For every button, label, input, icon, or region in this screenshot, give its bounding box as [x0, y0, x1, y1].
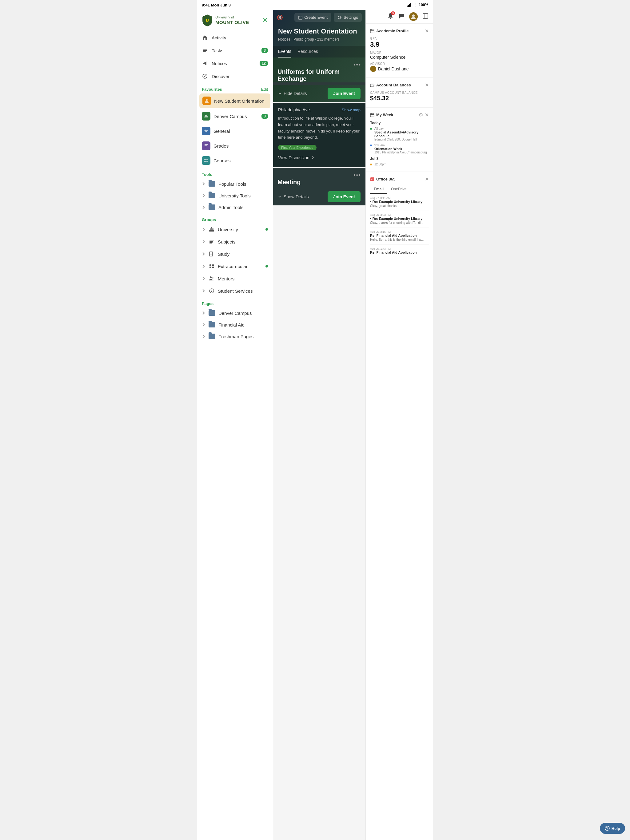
sidebar-item-university[interactable]: University — [197, 223, 273, 235]
academic-icon — [370, 29, 374, 33]
study-label: Study — [218, 251, 230, 257]
tab-events[interactable]: Events — [278, 46, 291, 57]
sidebar-item-discover[interactable]: Discover — [197, 70, 273, 83]
email-item-2[interactable]: Aug 26, 3:53 PM • Re: Example University… — [370, 213, 429, 228]
sidebar-toggle[interactable] — [422, 13, 429, 21]
svg-rect-19 — [209, 243, 212, 244]
sidebar-item-admin-tools[interactable]: Admin Tools — [197, 201, 273, 213]
tab-onedrive[interactable]: OneDrive — [387, 185, 410, 194]
sidebar-item-grades[interactable]: Grades — [197, 138, 273, 153]
chevron-right-icon-11 — [202, 324, 204, 326]
my-week-widget: My Week ⚙ ✕ Today All day Special Assemb… — [366, 107, 433, 172]
pages-header: Pages — [197, 297, 273, 307]
tasks-label: Tasks — [212, 48, 223, 53]
email-item-3[interactable]: Aug 25, 2:15 PM Re: Financial Aid Applic… — [370, 230, 429, 245]
sidebar-item-popular-tools[interactable]: Popular Tools — [197, 178, 273, 190]
svg-rect-15 — [211, 227, 212, 229]
sidebar-item-denver-campus-page[interactable]: Denver Campus — [197, 307, 273, 319]
major-label: Major — [370, 51, 429, 54]
settings-button[interactable]: Settings — [334, 13, 362, 22]
calendar-icon — [298, 15, 302, 20]
create-event-button[interactable]: Events Create Event — [294, 13, 331, 22]
sidebar-item-financial-aid[interactable]: Financial Aid — [197, 319, 273, 330]
email-item-1[interactable]: Aug 27, 8:41 AM • Re: Example University… — [370, 196, 429, 211]
sidebar-item-tasks[interactable]: Tasks 3 — [197, 44, 273, 57]
svg-rect-27 — [212, 267, 214, 268]
svg-rect-39 — [423, 14, 428, 19]
week-event-jul3-time: 12:00pm — [374, 163, 386, 166]
join-event-button[interactable]: Join Event — [328, 88, 361, 99]
academic-profile-close-button[interactable]: ✕ — [425, 28, 429, 34]
join-event-button-2[interactable]: Join Event — [328, 191, 361, 202]
chevron-right-icon-6 — [202, 253, 204, 255]
university-tools-label: University Tools — [218, 193, 251, 198]
tasks-icon — [202, 47, 208, 54]
svg-rect-41 — [370, 29, 374, 33]
email-bullet-2: • — [370, 217, 371, 221]
event-tag: First Year Experience — [278, 145, 361, 153]
email-timestamp-4: Aug 25, 1:43 PM — [370, 247, 429, 250]
sidebar-item-denver-campus[interactable]: Denver Campus 3 — [197, 109, 273, 123]
sidebar-item-study[interactable]: Study — [197, 248, 273, 260]
course-meta: Notices · Public group · 231 members — [278, 37, 361, 41]
sidebar-icon — [422, 13, 429, 19]
sidebar-item-courses[interactable]: Courses — [197, 153, 273, 168]
groups-header: Groups — [197, 213, 273, 223]
notices-badge: 12 — [260, 61, 268, 66]
hide-details-button[interactable]: Hide Details — [278, 91, 307, 96]
event-dots-menu-2[interactable]: ••• — [353, 172, 361, 178]
account-balances-close-button[interactable]: ✕ — [425, 82, 429, 88]
week-event-orientation-time: 9:00am — [374, 144, 427, 147]
week-event-allday-title: Special Assembly/Advisory Schedule — [374, 130, 429, 138]
study-icon — [209, 251, 215, 257]
sidebar-item-freshman-pages[interactable]: Freshman Pages — [197, 330, 273, 342]
financial-aid-label: Financial Aid — [218, 322, 245, 327]
discover-label: Discover — [212, 74, 230, 79]
tab-email[interactable]: Email — [370, 185, 387, 194]
wallet-icon — [370, 83, 374, 87]
email-timestamp-1: Aug 27, 8:41 AM — [370, 196, 429, 199]
activity-label: Activity — [212, 35, 226, 40]
event-dots-menu[interactable]: ••• — [353, 62, 361, 68]
account-balances-header: Account Balances ✕ — [370, 82, 429, 88]
mute-icon[interactable]: 🔇 — [277, 14, 283, 20]
office365-close-button[interactable]: ✕ — [425, 176, 429, 182]
svg-point-45 — [373, 85, 374, 86]
view-discussion-link[interactable]: View Discussion — [278, 153, 361, 163]
week-event-allday-time: All day — [374, 127, 429, 130]
email-subject-1: • Re: Example University Library — [370, 200, 429, 204]
sidebar-item-general[interactable]: General — [197, 123, 273, 138]
chevron-right-link-icon — [311, 156, 315, 160]
email-item-4[interactable]: Aug 25, 1:43 PM Re: Financial Aid Applic… — [370, 247, 429, 257]
show-details-button-2[interactable]: Show Details — [278, 194, 309, 199]
megaphone-icon — [202, 60, 208, 66]
academic-profile-title: Academic Profile — [370, 28, 409, 33]
week-event-orientation-location: 1915 Philadelphia Ave, Chambersburg — [374, 151, 427, 154]
sidebar-item-activity[interactable]: Activity — [197, 31, 273, 44]
university-label: University — [218, 227, 238, 232]
favourites-header: Favourites Edit — [197, 83, 273, 93]
svg-rect-32 — [211, 291, 212, 292]
my-week-settings-button[interactable]: ⚙ — [419, 112, 423, 118]
favourites-edit-button[interactable]: Edit — [261, 87, 268, 92]
sidebar-item-student-services[interactable]: Student Services — [197, 285, 273, 297]
tab-resources[interactable]: Resources — [298, 46, 318, 57]
user-avatar[interactable] — [409, 12, 418, 21]
status-icons: ⋮ 100% — [407, 3, 428, 7]
svg-point-37 — [339, 17, 340, 18]
sidebar-item-new-student-orientation[interactable]: New Student Orientation — [199, 93, 271, 108]
my-week-close-button[interactable]: ✕ — [425, 112, 429, 118]
chevron-right-icon-8 — [202, 277, 204, 280]
sidebar-item-notices[interactable]: Notices 12 — [197, 57, 273, 70]
sidebar-item-university-tools[interactable]: University Tools — [197, 190, 273, 201]
sidebar-item-mentors[interactable]: Mentors — [197, 272, 273, 285]
show-map-link[interactable]: Show map — [342, 107, 361, 112]
chat-notification[interactable] — [398, 13, 405, 21]
week-event-jul3-info: 12:00pm — [374, 163, 386, 166]
close-sidebar-button[interactable]: ✕ — [263, 16, 268, 24]
sidebar-item-subjects[interactable]: Subjects — [197, 235, 273, 248]
sidebar-item-extracurricular[interactable]: Extracurricular — [197, 260, 273, 272]
week-event-allday: All day Special Assembly/Advisory Schedu… — [370, 127, 429, 141]
email-preview-3: Hello. Sorry, this is the third email. I… — [370, 238, 429, 242]
bell-notification[interactable]: 3 — [387, 13, 394, 21]
